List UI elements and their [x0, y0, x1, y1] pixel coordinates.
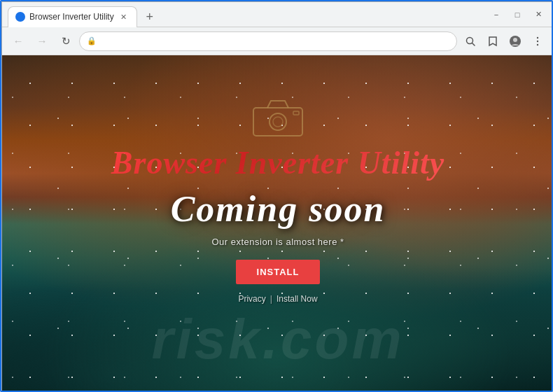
coming-soon-heading: Coming soon: [171, 188, 386, 230]
maximize-button[interactable]: □: [507, 5, 527, 24]
tab-strip: Browser Inverter Utility ✕ +: [8, 2, 481, 27]
minimize-button[interactable]: −: [486, 5, 506, 24]
back-button[interactable]: ←: [8, 31, 29, 52]
nav-right-controls: [460, 31, 548, 52]
reload-button[interactable]: ↻: [55, 31, 76, 52]
tab-title: Browser Inverter Utility: [29, 12, 114, 22]
svg-point-5: [537, 36, 538, 38]
navigation-bar: ← → ↻ 🔒: [2, 27, 553, 55]
privacy-link[interactable]: Privacy: [238, 294, 265, 304]
svg-point-6: [537, 40, 538, 41]
subtitle-text: Our extension is almost here *: [211, 237, 344, 247]
tab-favicon: [15, 12, 25, 22]
install-now-link[interactable]: Install Now: [276, 294, 318, 304]
window-controls: − □ ✕: [486, 5, 548, 24]
browser-window: Browser Inverter Utility ✕ + − □ ✕ ← → ↻…: [0, 0, 553, 392]
bookmark-icon[interactable]: [482, 31, 503, 52]
page-main-title: Browser Inverter Utility: [97, 144, 458, 181]
active-tab[interactable]: Browser Inverter Utility ✕: [8, 6, 137, 27]
profile-icon[interactable]: [505, 31, 526, 52]
new-tab-button[interactable]: +: [140, 8, 160, 27]
menu-icon[interactable]: [527, 31, 548, 52]
content-area: risk.com Browser Inverter Utility Coming…: [2, 55, 553, 392]
lock-icon: 🔒: [87, 36, 97, 46]
svg-line-2: [472, 43, 475, 46]
browser-chrome: Browser Inverter Utility ✕ + − □ ✕ ← → ↻…: [1, 1, 553, 392]
forward-button[interactable]: →: [31, 31, 52, 52]
svg-point-7: [537, 43, 538, 45]
search-icon[interactable]: [460, 31, 481, 52]
footer-links: Privacy | Install Now: [238, 294, 317, 304]
title-bar: Browser Inverter Utility ✕ + − □ ✕: [2, 2, 553, 27]
tab-close-button[interactable]: ✕: [118, 11, 130, 22]
page-content: Browser Inverter Utility Coming soon Our…: [2, 55, 553, 392]
install-button[interactable]: INSTALL: [236, 260, 321, 284]
svg-point-0: [18, 14, 23, 20]
svg-point-4: [513, 38, 517, 42]
address-bar[interactable]: 🔒: [79, 31, 457, 51]
close-button[interactable]: ✕: [528, 5, 548, 24]
footer-divider: |: [270, 294, 272, 304]
